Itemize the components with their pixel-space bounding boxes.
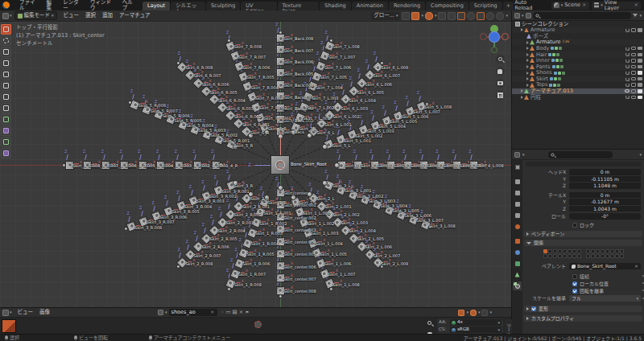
menu-ファイル[interactable]: ファイル bbox=[16, 0, 43, 10]
bone-layer-cell[interactable] bbox=[596, 249, 600, 253]
outliner-row-Hair[interactable]: Hair bbox=[512, 51, 644, 58]
outliner-row-Pants[interactable]: Pants bbox=[512, 64, 644, 70]
link-icon[interactable] bbox=[625, 95, 630, 99]
clear-image-icon[interactable]: × bbox=[210, 310, 214, 315]
tool-shear-button[interactable] bbox=[1, 137, 11, 147]
parent-field[interactable]: Bone_Skirt_Root× bbox=[569, 263, 641, 269]
editor-type-button[interactable]: ▾ bbox=[0, 310, 14, 316]
workspace-tab-Sculpting[interactable]: Sculpting bbox=[206, 2, 241, 10]
auto-reload-label[interactable]: Auto Reload bbox=[514, 0, 546, 10]
viewport-menu-追加[interactable]: 追加 bbox=[99, 13, 116, 18]
prop-value-field[interactable]: 1.0043 m bbox=[569, 206, 641, 212]
toggle-screen-icon[interactable] bbox=[631, 28, 636, 32]
lock-checkbox[interactable] bbox=[572, 223, 577, 228]
tool-annotate-button[interactable] bbox=[1, 92, 11, 102]
panel-relations[interactable]: 関係 bbox=[524, 240, 642, 246]
bone-layer-cell[interactable] bbox=[572, 249, 576, 253]
prop-value-field[interactable]: -0° bbox=[569, 213, 641, 220]
bone-layer-cell[interactable] bbox=[558, 249, 562, 253]
animate-dot-icon[interactable] bbox=[642, 275, 644, 277]
outliner-row-Armature[interactable]: Armature136 bbox=[512, 39, 644, 46]
animate-dot-icon[interactable] bbox=[642, 282, 644, 284]
gizmo-y-minus[interactable] bbox=[491, 47, 497, 53]
toggle-eye-icon[interactable] bbox=[625, 89, 630, 92]
bone-layer-cell[interactable] bbox=[601, 254, 605, 258]
tool-bone-envelope-button[interactable] bbox=[1, 148, 11, 158]
zoom-icon[interactable] bbox=[496, 55, 505, 64]
image-thumbnail[interactable] bbox=[2, 319, 16, 333]
navigation-gizmo[interactable] bbox=[480, 25, 509, 57]
toggle-camera-bright-icon[interactable] bbox=[638, 89, 642, 93]
check-row-回転を継承[interactable]: 回転を継承 bbox=[572, 288, 604, 294]
bone-layer-cell[interactable] bbox=[577, 254, 581, 258]
bone-layer-cell[interactable] bbox=[563, 249, 567, 253]
view-layer-selector[interactable]: ▾ View Layer × bbox=[592, 2, 641, 10]
bone-layer-cell[interactable] bbox=[591, 249, 595, 253]
properties-editor[interactable]: ▾ ▾ ヘッドX0 mY-0.11105 mZ1.1049 mテールX0 mY-… bbox=[512, 149, 644, 334]
link-icon[interactable] bbox=[625, 59, 630, 63]
bone-layers-grid[interactable] bbox=[543, 249, 624, 258]
menu-レンダー[interactable]: レンダー bbox=[60, 0, 87, 10]
outliner-row-ポーズ[interactable]: ポーズ bbox=[512, 33, 644, 39]
tool-cursor-button[interactable] bbox=[1, 35, 11, 46]
unlink-scene-icon[interactable]: × bbox=[582, 2, 586, 8]
shading-solid-button[interactable] bbox=[477, 12, 485, 20]
new-image-icon[interactable]: ◦ bbox=[221, 310, 225, 315]
viewport-menu-選択[interactable]: 選択 bbox=[82, 13, 99, 18]
image-editor-menu-ビュー[interactable]: ビュー bbox=[14, 310, 37, 315]
outliner-row-Armature[interactable]: Armature bbox=[512, 27, 644, 34]
toggle-camera-icon[interactable] bbox=[638, 53, 642, 57]
remove-view-layer-icon[interactable]: × bbox=[634, 2, 638, 8]
disclosure-triangle-icon[interactable] bbox=[521, 28, 523, 31]
prop-value-field[interactable]: -0.11105 m bbox=[569, 176, 641, 183]
proportional-editing-toggle[interactable] bbox=[425, 12, 433, 20]
panel-bendy-bones[interactable]: ベンディボーン bbox=[524, 231, 642, 237]
bone-layer-cell[interactable] bbox=[596, 254, 600, 258]
properties-tab-physics[interactable] bbox=[513, 248, 522, 257]
menu-ヘルプ[interactable]: ヘルプ bbox=[119, 0, 141, 10]
toggle-screen-icon[interactable] bbox=[631, 89, 636, 93]
xray-toggle[interactable] bbox=[457, 12, 465, 20]
outliner-row-アーマチュア.013[interactable]: アーマチュア.013 bbox=[512, 88, 644, 95]
pin-icon[interactable]: ➣ bbox=[245, 310, 249, 315]
bone-name-field[interactable] bbox=[526, 162, 641, 166]
menu-編集[interactable]: 編集 bbox=[43, 0, 60, 10]
checkbox[interactable] bbox=[572, 274, 577, 279]
editor-type-button[interactable]: ▾ bbox=[0, 13, 14, 19]
toggle-camera-icon[interactable] bbox=[638, 77, 642, 81]
properties-tab-scene[interactable] bbox=[513, 211, 522, 220]
cs-dropdown[interactable]: sRGB ▾ bbox=[450, 327, 502, 333]
clear-parent-icon[interactable]: × bbox=[634, 264, 638, 269]
workspace-tab-Layout[interactable]: Layout bbox=[142, 2, 171, 10]
bone-layer-cell[interactable] bbox=[543, 254, 547, 258]
transform-orientation-dropdown[interactable]: グロー... ▾ bbox=[371, 12, 400, 20]
bone-layer-cell[interactable] bbox=[563, 254, 567, 258]
bone-layer-cell[interactable] bbox=[586, 254, 590, 258]
toggle-camera-icon[interactable] bbox=[638, 83, 642, 87]
outliner-row-Body[interactable]: Body bbox=[512, 45, 644, 51]
ortho-toggle-icon[interactable] bbox=[496, 91, 505, 100]
gizmo-x-plus[interactable] bbox=[502, 33, 509, 40]
properties-tab-armature-data[interactable] bbox=[513, 270, 522, 279]
bone-layer-cell[interactable] bbox=[543, 249, 547, 253]
tool-move-button[interactable] bbox=[1, 47, 11, 57]
disclosure-triangle-icon[interactable] bbox=[526, 59, 529, 62]
disclosure-triangle-icon[interactable] bbox=[521, 96, 523, 99]
tool-tweak-button[interactable] bbox=[1, 24, 11, 35]
animate-dot-icon[interactable] bbox=[642, 290, 644, 291]
check-row-接続[interactable]: 接続 bbox=[572, 273, 589, 279]
bone-layer-cell[interactable] bbox=[577, 249, 581, 253]
bone-layer-cell[interactable] bbox=[591, 254, 595, 258]
aa-dropdown[interactable]: 4x ▾ bbox=[450, 319, 502, 326]
pivot-point-dropdown[interactable] bbox=[402, 12, 410, 20]
workspace-tab-シルエット[interactable]: シルエット bbox=[171, 2, 206, 10]
link-icon[interactable] bbox=[625, 52, 630, 56]
link-icon[interactable] bbox=[625, 28, 630, 32]
image-editor[interactable]: ▾ ビュー画像 ▾ shoes_ao × ◦ ▭ ▤ × ➣ bbox=[0, 307, 512, 334]
outliner-row-Inner[interactable]: Inner bbox=[512, 58, 644, 64]
viewport-menu-ビュー[interactable]: ビュー bbox=[60, 13, 83, 18]
toggle-camera-icon[interactable] bbox=[638, 65, 642, 69]
bone-layer-cell[interactable] bbox=[620, 249, 624, 253]
bone-layer-cell[interactable] bbox=[610, 254, 614, 258]
workspace-tab-UV Editing[interactable]: UV Editing bbox=[241, 2, 277, 10]
